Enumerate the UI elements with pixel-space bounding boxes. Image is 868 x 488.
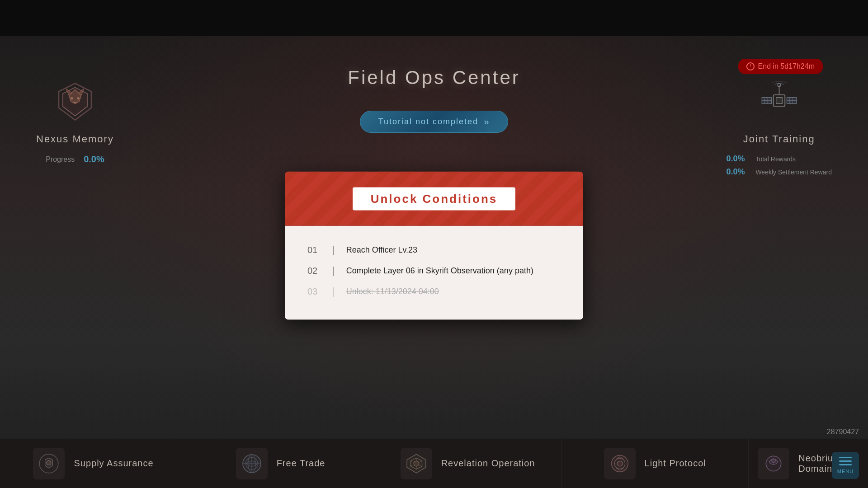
progress-label: Progress <box>46 155 75 164</box>
user-id: 28790427 <box>827 428 859 436</box>
modal-header: Unlock Conditions <box>285 172 583 226</box>
condition-divider-3: | <box>332 286 335 297</box>
revelation-operation-icon <box>401 448 432 479</box>
top-bar <box>0 0 868 36</box>
tab-supply-assurance-label: Supply Assurance <box>74 458 153 469</box>
bottom-navigation: Supply Assurance Free Trade <box>0 438 868 488</box>
menu-line-2 <box>839 460 852 462</box>
tab-supply-assurance[interactable]: Supply Assurance <box>0 439 187 488</box>
chevron-right-icon: » <box>484 117 490 127</box>
tab-revelation-operation[interactable]: Revelation Operation <box>374 439 561 488</box>
tab-light-protocol-label: Light Protocol <box>645 458 706 469</box>
joint-training-title: Joint Training <box>726 133 832 145</box>
progress-value: 0.0% <box>84 154 104 164</box>
condition-2: 02 | Complete Layer 06 in Skyrift Observ… <box>307 260 561 281</box>
stat-weekly-settlement: 0.0% Weekly Settlement Reward <box>726 167 832 177</box>
total-rewards-value: 0.0% <box>726 154 749 164</box>
free-trade-icon <box>236 448 268 479</box>
condition-text-2: Complete Layer 06 in Skyrift Observation… <box>346 266 533 275</box>
condition-num-1: 01 <box>307 244 321 255</box>
light-protocol-icon <box>604 448 636 479</box>
condition-divider-1: | <box>332 244 335 256</box>
neobrium-domain-icon <box>758 448 789 479</box>
stat-total-rewards: 0.0% Total Rewards <box>726 154 832 164</box>
stats-container: 0.0% Total Rewards 0.0% Weekly Settlemen… <box>726 154 832 177</box>
modal-body: 01 | Reach Officer Lv.23 02 | Complete L… <box>285 226 583 320</box>
condition-text-1: Reach Officer Lv.23 <box>346 245 417 254</box>
condition-1: 01 | Reach Officer Lv.23 <box>307 239 561 260</box>
svg-point-36 <box>617 461 623 466</box>
menu-label: MENU <box>837 469 854 474</box>
tutorial-label: Tutorial not completed <box>378 117 478 127</box>
svg-point-38 <box>772 459 775 462</box>
tab-revelation-operation-label: Revelation Operation <box>441 458 535 469</box>
nexus-memory-title: Nexus Memory <box>36 133 114 145</box>
condition-num-2: 02 <box>307 265 321 276</box>
modal-title: Unlock Conditions <box>353 187 516 210</box>
weekly-settlement-label: Weekly Settlement Reward <box>755 169 832 176</box>
supply-assurance-icon <box>33 448 65 479</box>
tab-free-trade-label: Free Trade <box>277 458 326 469</box>
svg-point-19 <box>47 460 51 465</box>
menu-line-3 <box>839 464 852 465</box>
svg-point-27 <box>414 461 419 466</box>
condition-3: 03 | Unlock: 11/13/2024 04:00 <box>307 281 561 302</box>
tab-free-trade[interactable]: Free Trade <box>187 439 374 488</box>
condition-num-3: 03 <box>307 286 321 296</box>
condition-divider-2: | <box>332 265 335 277</box>
condition-text-3: Unlock: 11/13/2024 04:00 <box>346 286 439 296</box>
page-title: Field Ops Center <box>348 67 520 88</box>
tutorial-button[interactable]: Tutorial not completed » <box>360 111 509 133</box>
menu-button[interactable]: MENU <box>832 452 859 479</box>
tab-light-protocol[interactable]: Light Protocol <box>561 439 749 488</box>
menu-line-1 <box>839 457 852 458</box>
weekly-settlement-value: 0.0% <box>726 167 749 177</box>
total-rewards-label: Total Rewards <box>755 155 796 163</box>
unlock-conditions-modal: Unlock Conditions 01 | Reach Officer Lv.… <box>285 172 583 320</box>
